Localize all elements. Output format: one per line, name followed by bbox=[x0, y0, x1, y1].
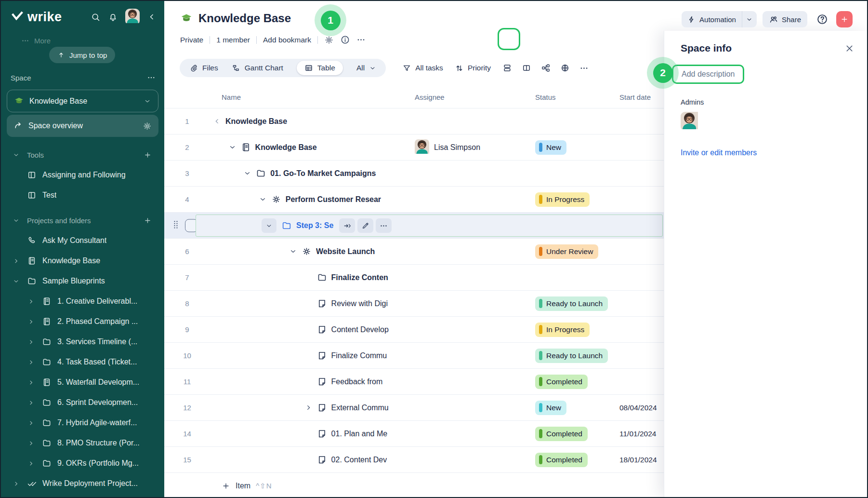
row-name[interactable]: Knowledge Base bbox=[225, 117, 287, 126]
sidebar-item-6-sprint-developmen-[interactable]: 6. Sprint Developmen... bbox=[1, 392, 164, 413]
more-options-icon[interactable] bbox=[356, 35, 366, 44]
status-cell[interactable]: Completed bbox=[531, 375, 618, 389]
column-width-icon[interactable] bbox=[522, 63, 531, 73]
sidebar-section-projects-and-folders[interactable]: Projects and folders bbox=[1, 210, 164, 230]
row-name[interactable]: Review with Digi bbox=[331, 299, 388, 308]
sidebar-section-tools[interactable]: Tools bbox=[1, 145, 164, 165]
status-badge[interactable]: In Progress bbox=[535, 192, 590, 207]
status-badge[interactable]: Ready to Launch bbox=[535, 349, 608, 363]
row-name[interactable]: 02. Content Dev bbox=[331, 456, 387, 464]
chevron-down-icon[interactable] bbox=[243, 169, 256, 177]
gear-icon[interactable] bbox=[143, 121, 152, 131]
automation-button[interactable]: Automation bbox=[682, 15, 742, 24]
row-name[interactable]: Perform Customer Resear bbox=[286, 195, 381, 204]
sidebar-item-5-waterfall-developm-[interactable]: 5. Waterfall Developm... bbox=[1, 372, 164, 392]
sidebar-item-knowledge-base[interactable]: Knowledge Base bbox=[1, 251, 164, 271]
sidebar-item-3-services-timeline-[interactable]: 3. Services Timeline (... bbox=[1, 332, 164, 352]
sidebar-item-wrike-deployment-project-[interactable]: Wrike Deployment Project... bbox=[1, 473, 164, 494]
help-question-icon[interactable] bbox=[816, 13, 829, 26]
column-header-name[interactable]: Name bbox=[210, 93, 410, 101]
sidebar-item-9-okrs-portfolio-mg-[interactable]: 9. OKRs (Portfolio Mg... bbox=[1, 453, 164, 473]
space-selector[interactable]: Knowledge Base bbox=[7, 90, 158, 112]
invite-or-edit-members-link[interactable]: Invite or edit members bbox=[681, 148, 855, 157]
status-cell[interactable]: Ready to Launch bbox=[531, 349, 618, 363]
row-name[interactable]: Knowledge Base bbox=[255, 143, 317, 152]
subitems-hierarchy-icon[interactable] bbox=[541, 63, 551, 73]
wrike-logo[interactable]: wrike bbox=[11, 10, 62, 25]
chevron-right-icon[interactable] bbox=[304, 404, 317, 412]
sidebar-item-test[interactable]: Test bbox=[1, 185, 164, 205]
filter-all-tasks-button[interactable]: All tasks bbox=[402, 64, 443, 73]
admin-avatar[interactable] bbox=[681, 112, 855, 131]
status-cell[interactable]: New bbox=[531, 140, 618, 155]
sidebar-item-8-pmo-structure-por-[interactable]: 8. PMO Structure (Por... bbox=[1, 433, 164, 453]
add-bookmark-button[interactable]: Add bookmark bbox=[263, 36, 311, 44]
chevron-down-icon[interactable] bbox=[13, 151, 27, 159]
row-name[interactable]: Content Develop bbox=[331, 325, 389, 334]
chevron-down-icon[interactable] bbox=[13, 278, 27, 285]
sidebar-item-more[interactable]: More bbox=[21, 37, 51, 45]
sort-priority-button[interactable]: Priority bbox=[455, 64, 491, 73]
status-cell[interactable]: In Progress bbox=[531, 323, 618, 337]
column-header-assignee[interactable]: Assignee bbox=[410, 93, 531, 101]
tab-files[interactable]: Files bbox=[189, 64, 218, 72]
sidebar-item-ask-my-consultant[interactable]: Ask My Consultant bbox=[1, 230, 164, 251]
members-count[interactable]: 1 member bbox=[216, 36, 250, 44]
search-icon[interactable] bbox=[91, 12, 101, 22]
sidebar-item-2-phased-campaign-[interactable]: 2. Phased Campaign ... bbox=[1, 311, 164, 332]
automation-dropdown-chevron[interactable] bbox=[742, 16, 757, 23]
share-button[interactable]: Share bbox=[763, 11, 807, 27]
close-icon[interactable] bbox=[844, 43, 855, 54]
chevron-right-icon[interactable] bbox=[27, 379, 42, 386]
assignee-cell[interactable]: Lisa Simpson bbox=[410, 139, 531, 156]
chevron-right-icon[interactable] bbox=[27, 460, 42, 467]
status-cell[interactable]: In Progress bbox=[531, 192, 618, 207]
row-name[interactable]: External Commu bbox=[331, 404, 389, 412]
open-task-button[interactable] bbox=[339, 218, 355, 233]
status-badge[interactable]: In Progress bbox=[535, 323, 590, 337]
selected-name-cell[interactable]: Step 3: Se bbox=[196, 215, 663, 237]
sidebar-item-7-hybrid-agile-waterf-[interactable]: 7. Hybrid Agile-waterf... bbox=[1, 413, 164, 433]
privacy-label[interactable]: Private bbox=[180, 36, 203, 44]
chevron-right-icon[interactable] bbox=[27, 440, 42, 447]
status-badge[interactable]: Completed bbox=[535, 453, 588, 467]
tab-table[interactable]: Table bbox=[297, 61, 343, 75]
chevron-down-icon[interactable] bbox=[259, 195, 271, 203]
chevron-right-icon[interactable] bbox=[27, 318, 42, 325]
collapse-sidebar-icon[interactable] bbox=[147, 12, 157, 22]
selected-row-name[interactable]: Step 3: Se bbox=[296, 221, 333, 230]
chevron-right-icon[interactable] bbox=[13, 480, 27, 487]
status-cell[interactable]: Completed bbox=[531, 427, 618, 441]
status-cell[interactable]: Completed bbox=[531, 453, 618, 467]
notifications-bell-icon[interactable] bbox=[108, 12, 118, 22]
chevron-right-icon[interactable] bbox=[27, 359, 42, 366]
row-more-button[interactable] bbox=[376, 218, 392, 233]
chevron-down-icon[interactable] bbox=[13, 217, 27, 224]
sidebar-item-space-overview[interactable]: Space overview bbox=[7, 115, 158, 137]
space-menu-icon[interactable] bbox=[147, 73, 156, 82]
chevron-down-icon[interactable] bbox=[262, 218, 276, 233]
sidebar-item-assigning-and-following[interactable]: Assigning and Following bbox=[1, 165, 164, 185]
more-view-options-icon[interactable] bbox=[579, 64, 589, 73]
chevron-right-icon[interactable] bbox=[27, 399, 42, 406]
chevron-down-icon[interactable] bbox=[228, 143, 241, 151]
rename-button[interactable] bbox=[357, 218, 373, 233]
row-name[interactable]: 01. Go-To Market Campaigns bbox=[270, 169, 376, 178]
status-badge[interactable]: Under Review bbox=[535, 244, 598, 259]
jump-to-top-button[interactable]: Jump to top bbox=[49, 47, 115, 63]
status-badge[interactable]: Completed bbox=[535, 427, 588, 441]
sidebar-item-4-task-based-ticket-[interactable]: 4. Task Based (Ticket... bbox=[1, 352, 164, 372]
tab-gantt-chart[interactable]: Gantt Chart bbox=[232, 64, 283, 72]
chevron-right-icon[interactable] bbox=[13, 257, 27, 265]
plus-icon[interactable] bbox=[144, 216, 152, 225]
create-new-button[interactable] bbox=[836, 11, 853, 27]
row-name[interactable]: Finalize Conten bbox=[331, 273, 388, 282]
sidebar-item-1-creative-deliverabl-[interactable]: 1. Creative Deliverabl... bbox=[1, 291, 164, 311]
status-cell[interactable]: Under Review bbox=[531, 244, 618, 259]
chevron-right-icon[interactable] bbox=[27, 419, 42, 427]
drag-handle-icon[interactable] bbox=[171, 219, 181, 232]
globe-icon[interactable] bbox=[560, 63, 570, 73]
chevron-right-icon[interactable] bbox=[27, 338, 42, 346]
status-cell[interactable]: New bbox=[531, 401, 618, 415]
add-description-button[interactable]: Add description bbox=[672, 65, 744, 84]
